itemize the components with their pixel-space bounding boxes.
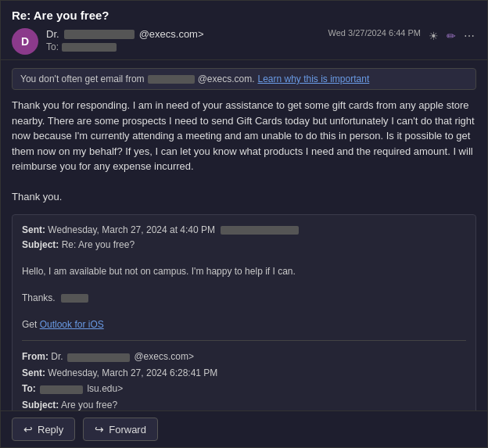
fwd-from-name: Dr. — [51, 351, 63, 362]
reply-button[interactable]: ↩ Reply — [12, 418, 75, 441]
email-main-body: Thank you for responding. I am in need o… — [12, 98, 476, 205]
action-icons: ☀ ✏ ⋯ — [427, 28, 476, 44]
fwd-subject-value: Are you free? — [61, 400, 117, 410]
sender-name-row: Dr. @execs.com> — [46, 28, 321, 40]
quoted-subject-value: Re: Are you free? — [62, 239, 135, 250]
email-container: Re: Are you free? D Dr. @execs.com> To: … — [0, 0, 488, 448]
quoted-thanks-redacted — [61, 294, 88, 303]
quoted-thanks-text: Thanks. — [22, 292, 56, 303]
outlook-link-line: Get Outlook for iOS — [22, 317, 466, 332]
timestamp: Wed 3/27/2024 6:44 PM — [328, 28, 421, 38]
sender-info: Dr. @execs.com> To: — [46, 28, 321, 52]
quoted-divider — [22, 340, 466, 341]
security-prefix: You don't often get email from — [20, 73, 145, 84]
fwd-from-label: From: — [22, 351, 48, 362]
get-label: Get — [22, 319, 37, 330]
security-learn-link[interactable]: Learn why this is important — [258, 73, 370, 84]
security-notice: You don't often get email from @execs.co… — [12, 68, 476, 90]
sun-icon-button[interactable]: ☀ — [427, 28, 440, 44]
fwd-from-email: @execs.com> — [134, 351, 194, 362]
more-options-button[interactable]: ⋯ — [462, 28, 476, 44]
email-footer: ↩ Reply ↪ Forward — [1, 410, 487, 447]
email-header: Re: Are you free? D Dr. @execs.com> To: … — [1, 1, 487, 60]
quoted-sent-label: Sent: — [22, 224, 45, 235]
reply-label: Reply — [38, 424, 63, 435]
outlook-link[interactable]: Outlook for iOS — [40, 319, 104, 330]
to-redacted — [62, 43, 117, 52]
fwd-sent-label: Sent: — [22, 367, 45, 378]
email-subject: Re: Are you free? — [12, 9, 476, 22]
reply-icon: ↩ — [23, 423, 33, 435]
fwd-subject-line: Subject: Are you free? — [22, 397, 466, 410]
sender-name-prefix: Dr. — [46, 28, 59, 40]
forward-button[interactable]: ↪ Forward — [83, 418, 158, 441]
fwd-to-label: To: — [22, 383, 36, 394]
sender-email-domain: @execs.com> — [139, 28, 204, 40]
quoted-thanks: Thanks. — [22, 291, 466, 306]
quoted-sent-value: Wednesday, March 27, 2024 at 4:40 PM — [48, 224, 215, 235]
sender-name-redacted — [64, 30, 135, 39]
fwd-from-name-redacted — [67, 353, 130, 362]
fwd-from-line: From: Dr. @execs.com> — [22, 349, 466, 364]
quoted-subject-label: Subject: — [22, 239, 59, 250]
body-closing: Thank you. — [12, 191, 62, 202]
body-text: Thank you for responding. I am in need o… — [12, 99, 475, 172]
quoted-subject-line: Subject: Re: Are you free? — [22, 238, 466, 253]
edit-icon-button[interactable]: ✏ — [445, 28, 458, 44]
fwd-subject-label: Subject: — [22, 400, 59, 410]
fwd-sent-line: Sent: Wednesday, March 27, 2024 6:28:41 … — [22, 365, 466, 381]
header-actions: Wed 3/27/2024 6:44 PM ☀ ✏ ⋯ — [328, 28, 476, 44]
to-label: To: — [46, 41, 59, 52]
fwd-to-redacted — [40, 385, 83, 394]
fwd-sent-value: Wednesday, March 27, 2024 6:28:41 PM — [48, 367, 217, 378]
quoted-reply-text: Hello, I am available but not on campus.… — [22, 264, 466, 279]
quoted-block: Sent: Wednesday, March 27, 2024 at 4:40 … — [12, 214, 476, 411]
quoted-sent-line: Sent: Wednesday, March 27, 2024 at 4:40 … — [22, 223, 466, 238]
email-body: You don't often get email from @execs.co… — [1, 60, 487, 410]
avatar: D — [12, 28, 38, 55]
forwarded-headers: From: Dr. @execs.com> Sent: Wednesday, M… — [22, 349, 466, 410]
sender-row: D Dr. @execs.com> To: Wed 3/27/2024 6:44… — [12, 28, 476, 55]
to-row: To: — [46, 41, 321, 52]
forward-icon: ↪ — [95, 423, 104, 435]
fwd-to-line: To: lsu.edu> — [22, 381, 466, 396]
fwd-to-suffix: lsu.edu> — [87, 383, 123, 394]
forward-label: Forward — [109, 424, 146, 435]
quoted-sent-redacted — [221, 226, 299, 235]
security-domain-suffix: @execs.com. — [198, 73, 255, 84]
security-domain-redacted — [148, 75, 195, 84]
